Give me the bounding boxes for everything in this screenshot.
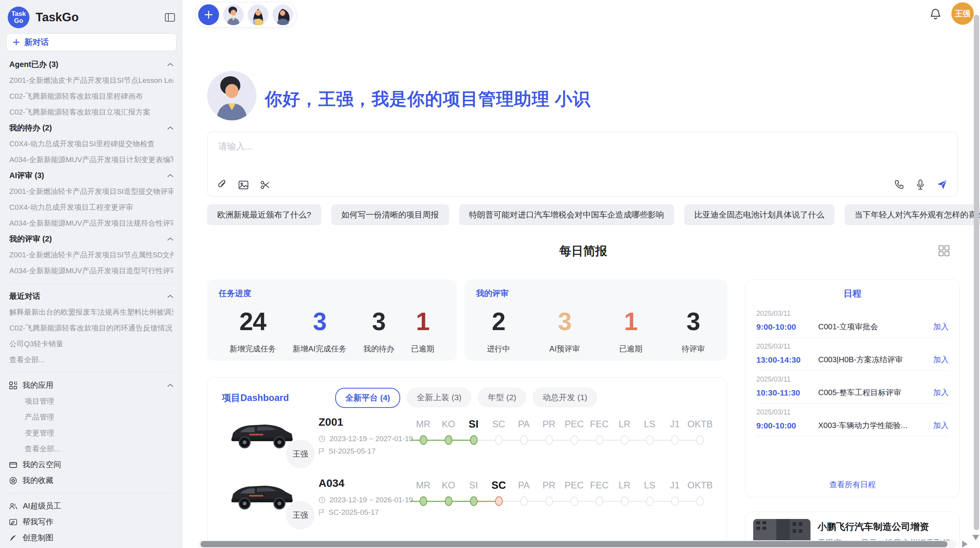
stat-label: 已逾期 — [619, 344, 642, 354]
project-owner-badge: 王强 — [285, 438, 316, 469]
section-recent-chats[interactable]: 最近对话 — [9, 288, 173, 304]
truck-image — [226, 414, 296, 453]
recent-chat-item[interactable]: C02-飞腾新能源轻客改款项目的闭环通告反馈情况 — [9, 320, 173, 336]
sidebar-item[interactable]: Z001-全新燃油皮卡产品开发项目SI节点Lesson Learn报告 — [9, 72, 173, 88]
tool-help-write[interactable]: 帮我写作 — [9, 514, 173, 530]
assistant-avatar-2[interactable] — [248, 4, 269, 25]
milestone-label: PR — [536, 478, 562, 493]
my-favorites[interactable]: 我的收藏 — [9, 473, 173, 488]
app-link-project-mgmt[interactable]: 项目管理 — [9, 393, 173, 409]
section-my-review[interactable]: 我的评审 (2) — [9, 231, 173, 247]
stat-my-todo: 3 我的待办 — [363, 307, 394, 354]
milestone-timeline: MR KO SI SC PA PR PEC FEC LR LS J1 OKTB — [411, 417, 713, 449]
tab-model-year[interactable]: 年型 (2) — [478, 388, 526, 407]
chevron-up-icon[interactable] — [167, 384, 173, 387]
project-dates: 2023-12-19 ~ 2027-01-19 — [329, 435, 413, 443]
app-logo: Task Go — [8, 7, 29, 28]
suggestion-chip[interactable]: 当下年轻人对汽车外观有怎样的喜好趋势 — [845, 204, 980, 225]
milestone-label: OKTB — [687, 417, 713, 432]
horizontal-scrollbar[interactable] — [198, 540, 957, 548]
schedule-name: C001-立项审批会 — [818, 322, 933, 332]
sidebar-item[interactable]: A034-全新新能源MUV产品开发项目造型可行性评审 — [9, 263, 173, 279]
join-link[interactable]: 加入 — [933, 322, 949, 332]
project-row-a034[interactable]: 王强 A034 2023-12-19 ~ 2026-01-19 SC-2025-… — [207, 476, 726, 538]
send-icon[interactable] — [937, 179, 947, 190]
recent-chat-item[interactable]: 公司Q3轻卡销量 — [9, 336, 173, 352]
sidebar-item[interactable]: C0X4-动力总成开发项目工程变更评审 — [9, 199, 173, 215]
section-my-todo[interactable]: 我的待办 (2) — [9, 120, 173, 136]
vertical-scrollbar-thumb[interactable] — [974, 15, 979, 530]
milestone-dot-done — [470, 497, 478, 506]
tool-ai-employee[interactable]: AI超级员工 — [9, 498, 173, 514]
recent-chat-item[interactable]: 解释最新出台的欧盟报废车法规再生塑料比例被调至15%... — [9, 304, 173, 320]
image-icon[interactable] — [238, 180, 248, 190]
my-cloud-space[interactable]: 我的云空间 — [9, 457, 173, 473]
join-link[interactable]: 加入 — [933, 387, 949, 398]
assistant-avatar-3[interactable] — [272, 4, 293, 25]
sidebar-item[interactable]: C0X4-动力总成开发项目SI里程碑提交物检查 — [9, 136, 173, 152]
stat-label: 我的待办 — [363, 344, 394, 354]
scroll-down-arrow-icon[interactable] — [972, 535, 979, 540]
tool-label: 帮我写作 — [22, 517, 53, 527]
scroll-right-arrow-icon[interactable] — [962, 541, 968, 548]
scissors-icon[interactable] — [260, 180, 270, 190]
sidebar-item[interactable]: A034-全新新能源MUV产品开发项目计划变更表编写 — [9, 152, 173, 168]
card-title: 任务进度 — [219, 288, 445, 299]
greeting-text: 你好，王强，我是你的项目管理助理 小识 — [265, 87, 591, 111]
my-apps-header[interactable]: 我的应用 — [9, 377, 173, 393]
view-all-chats-link[interactable]: 查看全部... — [9, 352, 173, 368]
project-code: Z001 — [319, 416, 343, 428]
chevron-up-icon[interactable] — [167, 126, 173, 130]
cloud-folder-icon — [9, 461, 17, 468]
schedule-date: 2025/03/11 — [756, 342, 949, 351]
schedule-item: 2025/03/11 9:00-10:00 X003-车辆动力学性能验... 加… — [756, 404, 949, 437]
project-row-z001[interactable]: 王强 Z001 2023-12-19 ~ 2027-01-19 SI-2025-… — [207, 414, 726, 476]
sidebar-item[interactable]: Z001-全新燃油轻卡产品开发项目SI造型提交物评审 — [9, 183, 173, 199]
suggestion-chip[interactable]: 比亚迪全固态电池计划具体说了什么 — [684, 204, 834, 225]
chat-composer — [207, 132, 958, 197]
chevron-up-icon[interactable] — [167, 174, 173, 178]
user-avatar[interactable]: 王强 — [951, 2, 974, 25]
view-all-apps-link[interactable]: 查看全部... — [9, 441, 173, 457]
app-link-product-mgmt[interactable]: 产品管理 — [9, 409, 173, 425]
sidebar-item[interactable]: C02-飞腾新能源轻客改款项目立项汇报方案 — [9, 104, 173, 120]
chevron-up-icon[interactable] — [167, 295, 173, 298]
stat-label: 进行中 — [487, 344, 510, 354]
microphone-icon[interactable] — [916, 179, 925, 190]
tab-new-platform[interactable]: 全新平台 (4) — [335, 388, 400, 408]
project-owner-badge: 王强 — [285, 500, 316, 531]
chevron-up-icon[interactable] — [167, 237, 173, 241]
join-link[interactable]: 加入 — [933, 354, 949, 365]
view-all-schedule-link[interactable]: 查看所有日程 — [756, 476, 949, 491]
tab-new-body[interactable]: 全新上装 (3) — [407, 388, 471, 407]
suggestion-chip[interactable]: 如何写一份清晰的项目周报 — [331, 204, 449, 225]
flag-icon — [319, 448, 325, 455]
milestone-label: FEC — [587, 417, 612, 432]
sidebar-item[interactable]: A034-全新新能源MUV产品开发项目法规符合性评审 — [9, 215, 173, 231]
section-agent-done[interactable]: Agent已办 (3) — [9, 57, 173, 72]
suggestion-chip[interactable]: 欧洲新规最近颁布了什么? — [207, 204, 321, 225]
layout-grid-icon[interactable] — [938, 245, 950, 257]
join-link[interactable]: 加入 — [933, 420, 949, 431]
add-assistant-button[interactable] — [198, 4, 219, 25]
section-ai-review[interactable]: AI评审 (3) — [9, 168, 173, 183]
chevron-up-icon[interactable] — [167, 63, 173, 67]
attachment-icon[interactable] — [218, 180, 227, 190]
tool-creative-draw[interactable]: 创意制图 — [9, 530, 173, 546]
new-chat-button[interactable]: 新对话 — [6, 33, 176, 51]
sidebar-item[interactable]: C02-飞腾新能源轻客改款项目里程碑画布 — [9, 88, 173, 104]
schedule-time: 10:30-11:30 — [756, 388, 818, 397]
notification-bell-icon[interactable] — [930, 8, 941, 20]
sidebar-collapse-icon[interactable] — [165, 13, 175, 22]
milestone-dot — [596, 435, 603, 445]
assistant-avatar-1[interactable] — [223, 4, 244, 25]
tool-label: AI超级员工 — [23, 501, 61, 511]
sidebar-item[interactable]: Z001-全新燃油轻卡产品开发项目SI节点属性5D文件评审 — [9, 247, 173, 263]
phone-call-icon[interactable] — [894, 180, 904, 190]
app-link-change-mgmt[interactable]: 变更管理 — [9, 425, 173, 441]
horizontal-scrollbar-thumb[interactable] — [200, 541, 947, 547]
tab-powertrain[interactable]: 动总开发 (1) — [533, 388, 597, 407]
schedule-name: C003|H0B-方案冻结评审 — [818, 354, 933, 365]
chat-input[interactable] — [218, 140, 838, 168]
suggestion-chip[interactable]: 特朗普可能对进口汽车增税会对中国车企造成哪些影响 — [459, 204, 674, 225]
